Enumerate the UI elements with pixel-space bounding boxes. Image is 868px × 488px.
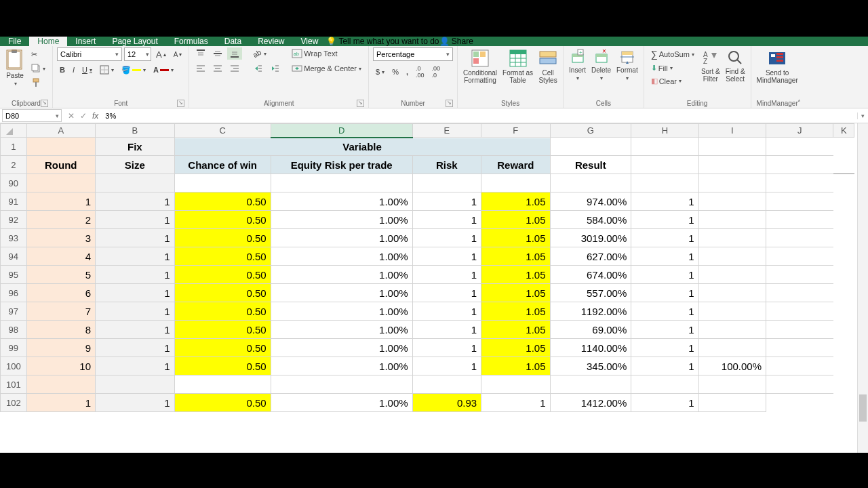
cell[interactable]: 3019.00%: [550, 229, 631, 247]
tab-formulas[interactable]: Formulas: [166, 37, 216, 46]
orientation-button[interactable]: ab▾: [250, 48, 269, 59]
cell[interactable]: 1: [95, 284, 174, 302]
cell[interactable]: 1: [412, 284, 481, 302]
cell[interactable]: 1: [95, 192, 174, 211]
cell[interactable]: 1: [95, 211, 174, 229]
cell[interactable]: Round: [26, 156, 95, 174]
cell[interactable]: 1.05: [481, 357, 550, 375]
font-name-input[interactable]: [58, 50, 113, 58]
row-header[interactable]: 98: [1, 321, 27, 339]
chevron-down-icon[interactable]: ▾: [53, 113, 61, 119]
cell[interactable]: [550, 375, 631, 394]
tab-review[interactable]: Review: [250, 37, 292, 46]
cell[interactable]: 1: [412, 247, 481, 266]
cut-button[interactable]: ✂: [28, 49, 48, 60]
cell[interactable]: 1: [412, 339, 481, 357]
align-right-button[interactable]: [227, 62, 242, 75]
cell[interactable]: 1.05: [481, 284, 550, 302]
cell[interactable]: 1.05: [481, 302, 550, 321]
row-header[interactable]: 96: [1, 284, 27, 302]
cell[interactable]: 7: [26, 302, 95, 321]
cell[interactable]: 6: [26, 284, 95, 302]
row-header[interactable]: 92: [1, 211, 27, 229]
tab-view[interactable]: View: [293, 37, 327, 46]
cell[interactable]: 1.05: [481, 211, 550, 229]
cell[interactable]: 4: [26, 247, 95, 266]
merge-center-button[interactable]: Merge & Center▾: [289, 62, 364, 75]
row-header-2[interactable]: 2: [1, 156, 27, 174]
increase-decimal-button[interactable]: .0.00: [413, 64, 427, 80]
cell[interactable]: 1.00%: [271, 284, 412, 302]
cell[interactable]: 1: [95, 339, 174, 357]
cell[interactable]: 1: [631, 302, 698, 321]
fx-icon[interactable]: fx: [92, 111, 98, 121]
cell[interactable]: [174, 375, 271, 394]
col-header-J[interactable]: J: [766, 124, 833, 138]
row-header[interactable]: 95: [1, 266, 27, 284]
cell[interactable]: [766, 174, 833, 192]
dialog-launcher-icon[interactable]: ↘: [41, 100, 48, 107]
dialog-launcher-icon[interactable]: ↘: [177, 100, 184, 107]
cell[interactable]: [698, 229, 766, 247]
cell[interactable]: [698, 266, 766, 284]
row-header[interactable]: 90: [1, 174, 27, 192]
cell[interactable]: [26, 138, 95, 156]
cell[interactable]: 0.50: [174, 229, 271, 247]
worksheet-grid[interactable]: A B C D E F G H I J K 1 Fix: [0, 123, 868, 453]
format-as-table-button[interactable]: Format as Table: [501, 47, 534, 85]
cell[interactable]: 0.50: [174, 247, 271, 266]
cell[interactable]: [766, 339, 833, 357]
cell[interactable]: [833, 321, 854, 339]
tab-file[interactable]: File: [0, 37, 29, 46]
row-header[interactable]: 100: [1, 357, 27, 375]
paste-button[interactable]: Paste ▾: [4, 47, 26, 88]
col-header-C[interactable]: C: [174, 124, 271, 138]
send-to-mindmanager-button[interactable]: Send to MindManager: [755, 47, 800, 85]
find-select-button[interactable]: Find & Select: [724, 47, 747, 84]
cell[interactable]: [698, 192, 766, 211]
cell[interactable]: 1.00%: [271, 229, 412, 247]
cell[interactable]: [26, 375, 95, 394]
autosum-button[interactable]: ∑AutoSum▾: [648, 47, 697, 61]
cell[interactable]: 1: [631, 357, 698, 375]
cell[interactable]: 0.50: [174, 211, 271, 229]
insert-cells-button[interactable]: + Insert▾: [568, 47, 587, 83]
tab-page-layout[interactable]: Page Layout: [104, 37, 165, 46]
cell[interactable]: [766, 211, 833, 229]
cell[interactable]: [833, 302, 854, 321]
cell[interactable]: 345.00%: [550, 357, 631, 375]
cell[interactable]: [766, 357, 833, 375]
row-header[interactable]: 101: [1, 375, 27, 394]
clear-button[interactable]: ◧Clear▾: [648, 75, 697, 87]
col-header-A[interactable]: A: [26, 124, 95, 138]
cell[interactable]: 1: [95, 394, 174, 412]
sort-filter-button[interactable]: AZ Sort & Filter: [700, 47, 722, 84]
cell[interactable]: 1: [95, 229, 174, 247]
cell[interactable]: Size: [95, 156, 174, 174]
cell[interactable]: [766, 394, 833, 412]
cell[interactable]: 1: [631, 247, 698, 266]
cell[interactable]: 1: [412, 229, 481, 247]
dialog-launcher-icon[interactable]: ↘: [357, 100, 364, 107]
cell[interactable]: [833, 394, 854, 412]
cell[interactable]: [481, 375, 550, 394]
number-format-combo[interactable]: ▾: [373, 47, 453, 61]
cell[interactable]: [698, 339, 766, 357]
cell[interactable]: 69.00%: [550, 321, 631, 339]
name-box-input[interactable]: [3, 112, 53, 120]
cell[interactable]: [766, 302, 833, 321]
row-header[interactable]: 93: [1, 229, 27, 247]
cell[interactable]: 1: [412, 211, 481, 229]
cell[interactable]: 584.00%: [550, 211, 631, 229]
cell[interactable]: 8: [26, 321, 95, 339]
bold-button[interactable]: B: [57, 64, 68, 75]
cell[interactable]: 1.00%: [271, 394, 412, 412]
cell[interactable]: 1: [631, 192, 698, 211]
increase-indent-button[interactable]: [267, 62, 282, 75]
cell[interactable]: 1.00%: [271, 339, 412, 357]
col-header-K[interactable]: K: [833, 124, 854, 138]
cell[interactable]: 1.05: [481, 266, 550, 284]
copy-button[interactable]: ▾: [28, 62, 48, 75]
cell[interactable]: 1: [95, 321, 174, 339]
cell[interactable]: [833, 229, 854, 247]
